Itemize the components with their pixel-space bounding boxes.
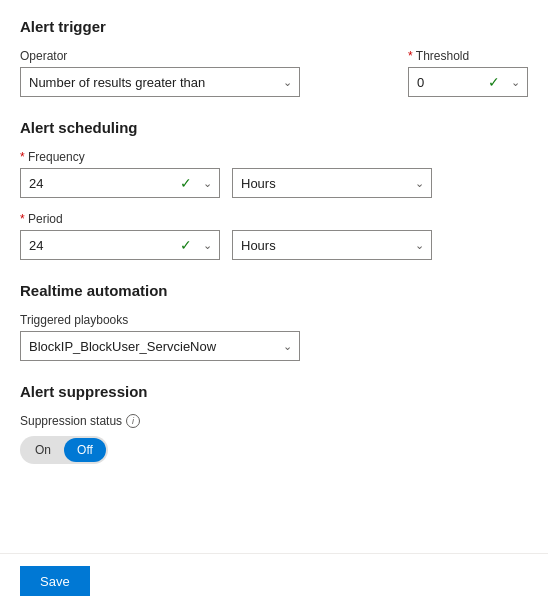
alert-suppression-title: Alert suppression	[20, 383, 528, 400]
frequency-select[interactable]: 24 1 6 12 48	[20, 168, 220, 198]
alert-scheduling-section: Alert scheduling Frequency 24 1 6 12 48 …	[20, 119, 528, 260]
save-button[interactable]: Save	[20, 566, 90, 596]
playbooks-label: Triggered playbooks	[20, 313, 528, 327]
threshold-field: Threshold 0 1 5 10 ✓ ⌄	[408, 49, 528, 97]
period-row: 24 1 6 12 48 ✓ ⌄ Hours Minutes	[20, 230, 528, 260]
frequency-unit-wrapper: Hours Minutes ⌄	[232, 168, 432, 198]
operator-field: Operator Number of results greater than …	[20, 49, 396, 97]
realtime-automation-section: Realtime automation Triggered playbooks …	[20, 282, 528, 361]
trigger-row: Operator Number of results greater than …	[20, 49, 528, 97]
threshold-select-wrapper: 0 1 5 10 ✓ ⌄	[408, 67, 528, 97]
frequency-label: Frequency	[20, 150, 528, 164]
suppression-toggle[interactable]: On Off	[20, 436, 108, 464]
main-panel: Alert trigger Operator Number of results…	[0, 0, 548, 608]
period-unit-wrapper: Hours Minutes ⌄	[232, 230, 432, 260]
operator-select-wrapper: Number of results greater than Number of…	[20, 67, 300, 97]
alert-suppression-section: Alert suppression Suppression status i O…	[20, 383, 528, 464]
operator-label: Operator	[20, 49, 396, 63]
frequency-unit-select[interactable]: Hours Minutes	[232, 168, 432, 198]
period-label: Period	[20, 212, 528, 226]
toggle-off-option[interactable]: Off	[64, 438, 106, 462]
playbooks-field: Triggered playbooks BlockIP_BlockUser_Se…	[20, 313, 528, 361]
alert-trigger-section: Alert trigger Operator Number of results…	[20, 18, 528, 97]
playbooks-select[interactable]: BlockIP_BlockUser_ServcieNow None	[20, 331, 300, 361]
content-area: Alert trigger Operator Number of results…	[0, 0, 548, 553]
period-select[interactable]: 24 1 6 12 48	[20, 230, 220, 260]
frequency-row: 24 1 6 12 48 ✓ ⌄ Hours Minutes	[20, 168, 528, 198]
playbooks-select-wrapper: BlockIP_BlockUser_ServcieNow None ⌄	[20, 331, 300, 361]
period-unit-select[interactable]: Hours Minutes	[232, 230, 432, 260]
alert-trigger-title: Alert trigger	[20, 18, 528, 35]
period-select-wrapper: 24 1 6 12 48 ✓ ⌄	[20, 230, 220, 260]
frequency-group: Frequency 24 1 6 12 48 ✓ ⌄	[20, 150, 528, 198]
operator-select[interactable]: Number of results greater than Number of…	[20, 67, 300, 97]
threshold-label: Threshold	[408, 49, 528, 63]
frequency-select-wrapper: 24 1 6 12 48 ✓ ⌄	[20, 168, 220, 198]
threshold-select[interactable]: 0 1 5 10	[408, 67, 528, 97]
alert-scheduling-title: Alert scheduling	[20, 119, 528, 136]
realtime-automation-title: Realtime automation	[20, 282, 528, 299]
suppression-label: Suppression status i	[20, 414, 528, 428]
period-group: Period 24 1 6 12 48 ✓ ⌄	[20, 212, 528, 260]
info-icon[interactable]: i	[126, 414, 140, 428]
toggle-on-option[interactable]: On	[22, 438, 64, 462]
footer: Save	[0, 553, 548, 608]
